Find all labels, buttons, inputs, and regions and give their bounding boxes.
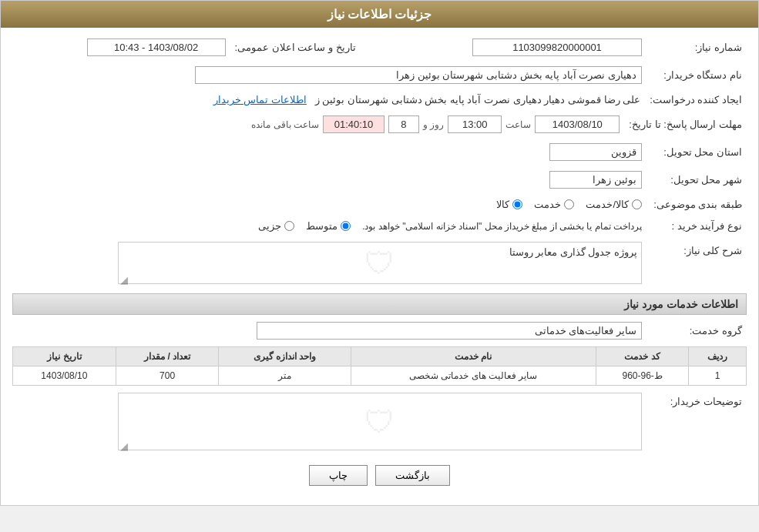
ijadKonande-text: علی رضا قموشی دهیار دهیاری نصرت آباد پای… xyxy=(315,94,640,105)
kalaKhadamat-option[interactable]: کالا/خدمت xyxy=(586,199,642,210)
tabaqe-radio-group: کالا/خدمت خدمت کالا xyxy=(17,199,642,210)
jozei-label: جزیی xyxy=(258,220,281,232)
time-label: ساعت xyxy=(505,119,531,130)
namDastgah-box: دهیاری نصرت آباد پایه بخش دشتابی شهرستان… xyxy=(195,66,642,84)
table-row: 1ط-96-960سایر فعالیت های خدماتی شخصیمتر7… xyxy=(13,366,747,386)
sharhKoli-value: 🛡 پروژه جدول گذاری معابر روستا ◢ xyxy=(12,239,646,287)
cell-vahed: متر xyxy=(219,366,351,386)
khadamat-option[interactable]: خدمت xyxy=(534,199,574,210)
motovaset-label: متوسط xyxy=(306,220,338,232)
shahrTahvil-label: شهر محل تحویل: xyxy=(646,168,747,192)
shahrTahvil-value: بوئین زهرا xyxy=(12,168,646,192)
purchase-desc: پرداخت تمام یا بخشی از مبلغ خریداز محل "… xyxy=(362,221,642,232)
shomareNiaz-box: 1103099820000001 xyxy=(472,38,642,56)
motovaset-radio[interactable] xyxy=(341,221,351,231)
tarikhElan-label: تاریخ و ساعت اعلان عمومی: xyxy=(230,35,361,59)
services-section-header: اطلاعات خدمات مورد نیاز xyxy=(12,293,747,315)
print-button[interactable]: چاپ xyxy=(309,465,368,486)
time-box: 13:00 xyxy=(448,115,502,133)
tosihKharidar-area: 🛡 ◢ xyxy=(118,393,642,450)
row-groheKhadamat: گروه خدمت: سایر فعالیت‌های خدماتی xyxy=(12,319,747,343)
sharhKoli-label: شرح کلی نیاز: xyxy=(646,239,747,287)
cell-tedad: 700 xyxy=(116,366,219,386)
services-table-body: 1ط-96-960سایر فعالیت های خدماتی شخصیمتر7… xyxy=(13,366,747,386)
header-bar: جزئیات اطلاعات نیاز xyxy=(1,1,758,28)
ostanTahvil-label: استان محل تحویل: xyxy=(646,140,747,164)
row-sharhKoli: شرح کلی نیاز: 🛡 پروژه جدول گذاری معابر ر… xyxy=(12,239,747,287)
remaining-label: ساعت باقی مانده xyxy=(251,119,319,130)
kalaKhadamat-radio[interactable] xyxy=(632,199,642,209)
main-content: شماره نیاز: 1103099820000001 تاریخ و ساع… xyxy=(1,28,758,505)
ostanTahvil-value: قزوین xyxy=(12,140,646,164)
remaining-box: 01:40:10 xyxy=(323,115,385,133)
row-shahr: شهر محل تحویل: بوئین زهرا xyxy=(12,168,747,192)
row-namDastgah: نام دستگاه خریدار: دهیاری نصرت آباد پایه… xyxy=(12,63,747,87)
page-title: جزئیات اطلاعات نیاز xyxy=(12,7,747,22)
col-tarikh: تاریخ نیاز xyxy=(13,347,116,366)
button-row: بازگشت چاپ xyxy=(12,465,747,486)
services-table: ردیف کد خدمت نام خدمت واحد اندازه گیری ت… xyxy=(12,346,747,386)
kala-radio[interactable] xyxy=(512,199,522,209)
ostanTahvil-box: قزوین xyxy=(549,143,642,161)
row-noeFarayand: نوع فرآیند خرید : پرداخت تمام یا بخشی از… xyxy=(12,217,747,235)
sharhKoli-area: 🛡 پروژه جدول گذاری معابر روستا ◢ xyxy=(118,242,642,284)
shomareNiaz-value: 1103099820000001 xyxy=(384,35,646,59)
shahrTahvil-box: بوئین زهرا xyxy=(549,171,642,189)
groheKhadamat-label: گروه خدمت: xyxy=(646,319,747,343)
ijadKonande-value: علی رضا قموشی دهیار دهیاری نصرت آباد پای… xyxy=(12,91,645,109)
row-tosih: توضیحات خریدار: 🛡 ◢ xyxy=(12,390,747,453)
namDastgah-label: نام دستگاه خریدار: xyxy=(646,63,747,87)
notes-resize-handle[interactable]: ◢ xyxy=(120,440,128,448)
noeFarayand-options: پرداخت تمام یا بخشی از مبلغ خریداز محل "… xyxy=(12,217,646,235)
days-box: 8 xyxy=(388,115,419,133)
khadamat-radio[interactable] xyxy=(564,199,574,209)
col-namKhadamat: نام خدمت xyxy=(351,347,596,366)
back-button[interactable]: بازگشت xyxy=(375,465,450,486)
row-ijadKonande: ایجاد کننده درخواست: علی رضا قموشی دهیار… xyxy=(12,91,747,109)
row-shomara: شماره نیاز: 1103099820000001 تاریخ و ساع… xyxy=(12,35,747,59)
services-table-header-row: ردیف کد خدمت نام خدمت واحد اندازه گیری ت… xyxy=(13,347,747,366)
groheKhadamat-value: سایر فعالیت‌های خدماتی xyxy=(12,319,646,343)
resize-handle[interactable]: ◢ xyxy=(120,274,128,282)
mohlatErsal-label: مهلت ارسال پاسخ: تا تاریخ: xyxy=(624,112,747,136)
kalaKhadamat-label: کالا/خدمت xyxy=(586,199,629,210)
cell-kodKhadamat: ط-96-960 xyxy=(596,366,688,386)
notes-watermark: 🛡 xyxy=(364,404,395,439)
namDastgah-value: دهیاری نصرت آباد پایه بخش دشتابی شهرستان… xyxy=(12,63,646,87)
noeFarayand-label: نوع فرآیند خرید : xyxy=(646,217,747,235)
tarikhElan-value: 1403/08/02 - 10:43 xyxy=(12,35,230,59)
contact-link[interactable]: اطلاعات تماس خریدار xyxy=(213,94,307,105)
row-mohlatErsal: مهلت ارسال پاسخ: تا تاریخ: 1403/08/10 سا… xyxy=(12,112,747,136)
mohlatErsal-values: 1403/08/10 ساعت 13:00 روز و 8 01:40:10 س… xyxy=(12,112,624,136)
motovaset-option[interactable]: متوسط xyxy=(306,220,351,232)
services-table-head: ردیف کد خدمت نام خدمت واحد اندازه گیری ت… xyxy=(13,347,747,366)
groheKhadamat-box: سایر فعالیت‌های خدماتی xyxy=(257,322,642,340)
tabaqeBandi-options: کالا/خدمت خدمت کالا xyxy=(12,196,646,213)
ijadKonande-label: ایجاد کننده درخواست: xyxy=(645,91,747,109)
tosihKharidar-value: 🛡 ◢ xyxy=(12,390,646,453)
row-tabaqe: طبقه بندی موضوعی: کالا/خدمت خدمت xyxy=(12,196,747,213)
kala-label: کالا xyxy=(496,199,509,210)
date-row: 1403/08/10 ساعت 13:00 روز و 8 01:40:10 س… xyxy=(17,115,620,133)
khadamat-label: خدمت xyxy=(534,199,561,210)
jozei-option[interactable]: جزیی xyxy=(258,220,294,232)
tarikhElan-box: 1403/08/02 - 10:43 xyxy=(87,38,226,56)
cell-tarikh: 1403/08/10 xyxy=(13,366,116,386)
row-ostan: استان محل تحویل: قزوین xyxy=(12,140,747,164)
col-vahed: واحد اندازه گیری xyxy=(219,347,351,366)
cell-radif: 1 xyxy=(689,366,747,386)
kala-option[interactable]: کالا xyxy=(496,199,522,210)
page-wrapper: جزئیات اطلاعات نیاز شماره نیاز: 11030998… xyxy=(0,0,759,506)
date-box: 1403/08/10 xyxy=(535,115,620,133)
shomareNiaz-label: شماره نیاز: xyxy=(646,35,747,59)
purchase-type-row: پرداخت تمام یا بخشی از مبلغ خریداز محل "… xyxy=(17,220,642,232)
tabaqeBandi-label: طبقه بندی موضوعی: xyxy=(646,196,747,213)
col-radif: ردیف xyxy=(689,347,747,366)
col-kodKhadamat: کد خدمت xyxy=(596,347,688,366)
cell-namKhadamat: سایر فعالیت های خدماتی شخصی xyxy=(351,366,596,386)
jozei-radio[interactable] xyxy=(284,221,294,231)
tosihKharidar-label: توضیحات خریدار: xyxy=(646,390,747,453)
col-tedad: تعداد / مقدار xyxy=(116,347,219,366)
sharhKoli-text: پروژه جدول گذاری معابر روستا xyxy=(509,246,637,258)
watermark-icon: 🛡 xyxy=(364,246,395,280)
